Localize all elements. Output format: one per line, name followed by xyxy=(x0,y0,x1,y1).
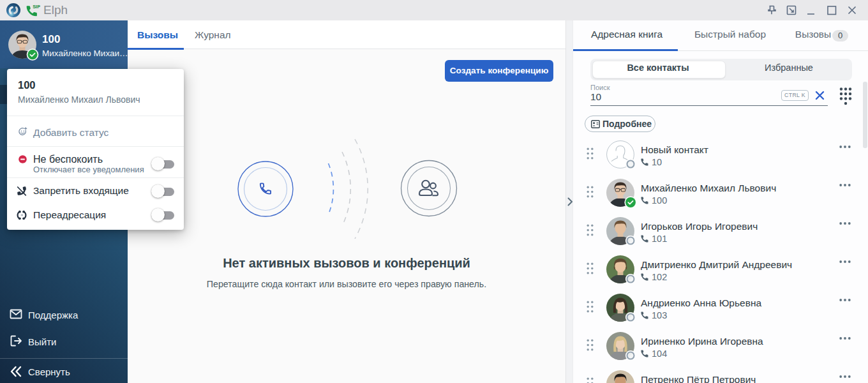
svg-text:SIP: SIP xyxy=(33,4,40,10)
